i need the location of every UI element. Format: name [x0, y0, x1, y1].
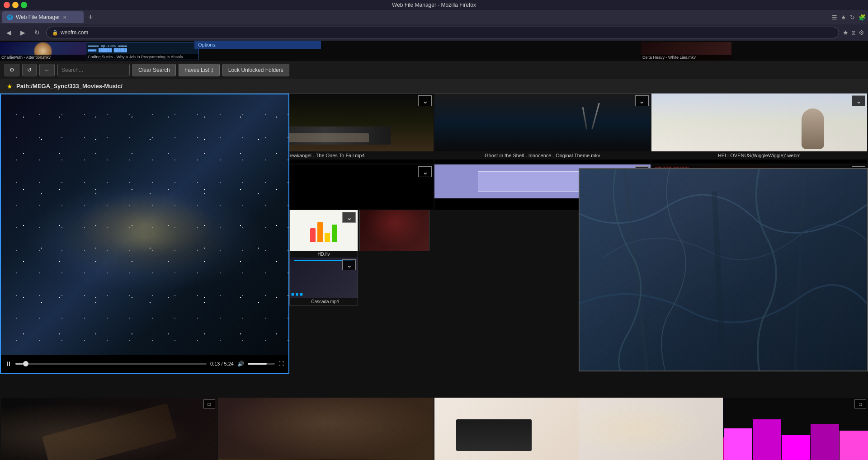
volume-fill [248, 363, 267, 365]
back-button[interactable]: ◀ [4, 28, 14, 38]
progress-thumb [23, 361, 28, 366]
thumb-ghost-shell[interactable]: ⌄ Ghost in the Shell - Innocence - Origi… [434, 94, 651, 164]
play-pause-button[interactable]: ⏸ [5, 360, 12, 367]
thumb4-label: HELLOVENUS(WiggleWiggle)'.webm [651, 151, 868, 160]
nav-bar: ◀ ▶ ↻ 🔒 webfm.com ★ ⧖ ⚙ [0, 24, 868, 41]
video-bg [1, 94, 288, 355]
path-text: Path:/MEGA_Sync/333_Movies-Music/ [16, 83, 123, 89]
top-thumb-label-3: Delta Heavy - White Lies.mkv [641, 55, 731, 60]
video-right-bg [580, 169, 867, 371]
refresh-button[interactable]: ↺ [22, 64, 37, 76]
forward-button[interactable]: ▶ [18, 28, 28, 38]
top-thumb-3[interactable]: Delta Heavy - White Lies.mkv [641, 42, 731, 60]
refresh-icon[interactable]: ↻ [850, 14, 855, 21]
new-tab-button[interactable]: + [85, 13, 96, 22]
browser-tab-webfm[interactable]: 🌐 Web File Manager ✕ [2, 11, 84, 23]
top-thumbnails-strip: CharliePuth - Attention.mkv Options: ▬▬▬… [0, 41, 868, 61]
tab-close-icon[interactable]: ✕ [63, 15, 66, 20]
thumb3-corner-btn[interactable]: ⌄ [635, 95, 649, 106]
top-thumb-2[interactable]: ▬▬▬▬▬ options ▬▬▬▬ ■■■■ ██████ ██████ Co… [86, 42, 199, 60]
sub-col-thumb-1[interactable] [360, 210, 429, 251]
video-large-right [579, 168, 868, 371]
sub-col-right [359, 210, 429, 251]
progress-fill [15, 363, 23, 365]
bookmarks-icon[interactable]: ★ [843, 29, 849, 36]
thumb3-label: Ghost in the Shell - Innocence - Origina… [434, 151, 651, 160]
path-bar: ★ Path:/MEGA_Sync/333_Movies-Music/ [0, 79, 868, 94]
mid-col-panel: ⌄ HD.flv ⌄ ■ ■ ■ - Cascada.mp4 [289, 210, 358, 305]
progress-bar[interactable] [15, 363, 207, 365]
clear-search-button[interactable]: Clear Search [132, 64, 176, 76]
scene-svg [580, 169, 867, 371]
mini-hd-corner-btn[interactable]: ⌄ [342, 212, 356, 223]
thumb4-corner-btn[interactable]: ⌄ [852, 95, 865, 106]
toolbar: ⚙ ↺ ← Clear Search Faves List ‡ Lock Unl… [0, 61, 868, 79]
bottom-right-thumb-1[interactable] [579, 398, 723, 460]
star-icon[interactable]: ★ [841, 14, 846, 21]
extensions-icon[interactable]: 🧩 [859, 14, 866, 21]
bottom-thumb1-btn[interactable]: □ [203, 399, 215, 408]
settings-icon[interactable]: ⚙ [859, 29, 864, 36]
path-star-icon: ★ [7, 83, 13, 90]
thumb-hellovenus[interactable]: ⌄ HELLOVENUS(WiggleWiggle)'.webm [651, 94, 868, 164]
bottom-right-thumb-2[interactable]: □ [724, 398, 868, 460]
window-title: Web File Manager - Mozilla Firefox [392, 2, 476, 8]
mini-thumb-cascada[interactable]: ⌄ ■ ■ ■ [290, 258, 358, 298]
bottom-thumb-guitar[interactable]: □ [1, 398, 217, 460]
window-min-btn[interactable] [12, 2, 19, 8]
cascada-btn1[interactable]: ■ [291, 291, 294, 297]
video-controls: ⏸ 0:13 / 5:24 🔊 ⛶ [1, 355, 288, 373]
volume-bar[interactable] [248, 363, 275, 365]
faves-list-button[interactable]: Faves List ‡ [179, 64, 220, 76]
lock-folders-button[interactable]: Lock Unlocked Folders [222, 64, 289, 76]
window-max-btn[interactable] [21, 2, 27, 8]
cascada-btn3[interactable]: ■ [300, 291, 303, 297]
volume-icon[interactable]: 🔊 [237, 361, 244, 367]
thumb6-corner-btn[interactable]: ⌄ [418, 166, 432, 177]
top-thumb-1[interactable]: CharliePuth - Attention.mkv [0, 42, 86, 60]
menu-icon[interactable]: ☰ [832, 14, 837, 21]
bottom-right-corner-btn[interactable]: □ [854, 399, 866, 408]
time-display: 0:13 / 5:24 [210, 361, 234, 366]
top-thumb-label-2: Coding Sucks - Why a Job in Programming … [86, 54, 198, 60]
tab-label: Web File Manager [16, 14, 60, 20]
mini-hd-label: HD.flv [290, 251, 358, 258]
cascada-btn2[interactable]: ■ [296, 291, 299, 297]
mini-thumb-hd[interactable]: ⌄ [290, 210, 358, 251]
video-player-large: ⏸ 0:13 / 5:24 🔊 ⛶ [0, 94, 289, 374]
tab-bar: 🌐 Web File Manager ✕ + ☰ ★ ↻ 🧩 [0, 10, 868, 24]
fullscreen-button[interactable]: ⛶ [278, 361, 284, 367]
window-close-btn[interactable] [4, 2, 10, 8]
history-icon[interactable]: ⧖ [851, 29, 856, 37]
refresh-nav-button[interactable]: ↻ [32, 28, 42, 38]
thumb2-corner-btn[interactable]: ⌄ [418, 95, 432, 106]
title-bar: Web File Manager - Mozilla Firefox [0, 0, 868, 10]
app-container: CharliePuth - Attention.mkv Options: ▬▬▬… [0, 41, 868, 460]
mini-cascada-label: - Cascada.mp4 [290, 298, 358, 305]
back-folder-button[interactable]: ← [39, 64, 55, 76]
mini-cascada-corner-btn[interactable]: ⌄ [342, 259, 356, 270]
lock-icon: 🔒 [52, 30, 58, 36]
address-bar[interactable]: 🔒 webfm.com [46, 27, 839, 38]
top-thumb-label-1: CharliePuth - Attention.mkv [0, 55, 86, 60]
bottom-right-strip: □ [579, 398, 868, 460]
options-label: Options: [198, 42, 217, 47]
bottom-thumb-livingroom[interactable] [218, 398, 434, 460]
settings-button[interactable]: ⚙ [5, 64, 19, 76]
url-text: webfm.com [61, 29, 88, 36]
search-input[interactable] [57, 64, 130, 76]
